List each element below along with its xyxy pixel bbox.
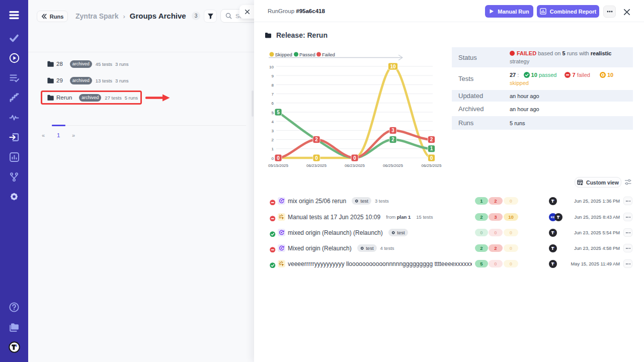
svg-text:9: 9	[272, 74, 274, 78]
svg-text:2: 2	[430, 137, 433, 142]
svg-text:Failed: Failed	[322, 52, 335, 57]
svg-text:1: 1	[430, 146, 433, 151]
svg-text:0: 0	[277, 155, 280, 161]
svg-text:06/25/2025: 06/25/2025	[383, 163, 404, 168]
svg-text:2: 2	[272, 138, 274, 142]
svg-text:05/15/2025: 05/15/2025	[268, 163, 289, 168]
svg-text:06/25/2025: 06/25/2025	[421, 163, 442, 168]
svg-text:0: 0	[315, 155, 318, 161]
svg-text:6: 6	[272, 101, 274, 106]
svg-text:Skipped: Skipped	[275, 52, 292, 57]
svg-text:8: 8	[272, 83, 274, 87]
svg-text:7: 7	[272, 92, 274, 97]
svg-text:1: 1	[272, 147, 274, 151]
svg-text:2: 2	[315, 137, 318, 142]
svg-text:3: 3	[272, 129, 274, 133]
svg-text:0: 0	[353, 155, 356, 161]
svg-text:10: 10	[269, 65, 274, 69]
svg-text:2: 2	[391, 137, 394, 142]
svg-text:Passed: Passed	[299, 52, 315, 57]
svg-text:5: 5	[272, 111, 274, 115]
svg-text:4: 4	[272, 120, 274, 124]
svg-text:06/23/2025: 06/23/2025	[345, 163, 365, 168]
svg-text:06/23/2025: 06/23/2025	[306, 163, 327, 168]
svg-text:3: 3	[391, 128, 394, 133]
svg-text:5: 5	[277, 110, 280, 115]
svg-text:0: 0	[430, 155, 433, 161]
svg-text:10: 10	[390, 64, 396, 69]
svg-text:0: 0	[272, 156, 274, 161]
